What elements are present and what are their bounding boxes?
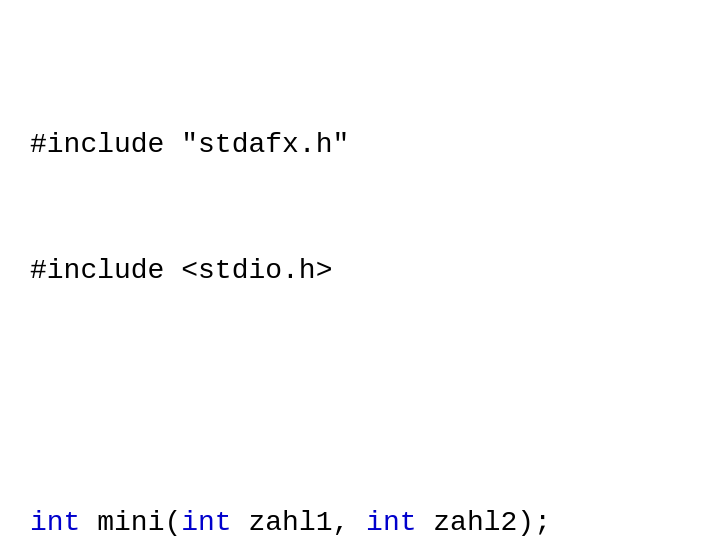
code-display: #include "stdafx.h" #include <stdio.h> i… bbox=[30, 40, 551, 540]
include-text-2: #include <stdio.h> bbox=[30, 255, 332, 286]
keyword-int-2: int bbox=[181, 507, 231, 538]
function-decl-mid: mini( bbox=[80, 507, 181, 538]
param1: zahl1, bbox=[232, 507, 366, 538]
param2: zahl2); bbox=[417, 507, 551, 538]
include-text-1: #include "stdafx.h" bbox=[30, 129, 349, 160]
keyword-int-3: int bbox=[366, 507, 416, 538]
keyword-int-1: int bbox=[30, 507, 80, 538]
blank-line-1 bbox=[30, 376, 551, 418]
include-line-2: #include <stdio.h> bbox=[30, 250, 551, 292]
function-declaration-line: int mini(int zahl1, int zahl2); bbox=[30, 502, 551, 540]
include-line-1: #include "stdafx.h" bbox=[30, 124, 551, 166]
